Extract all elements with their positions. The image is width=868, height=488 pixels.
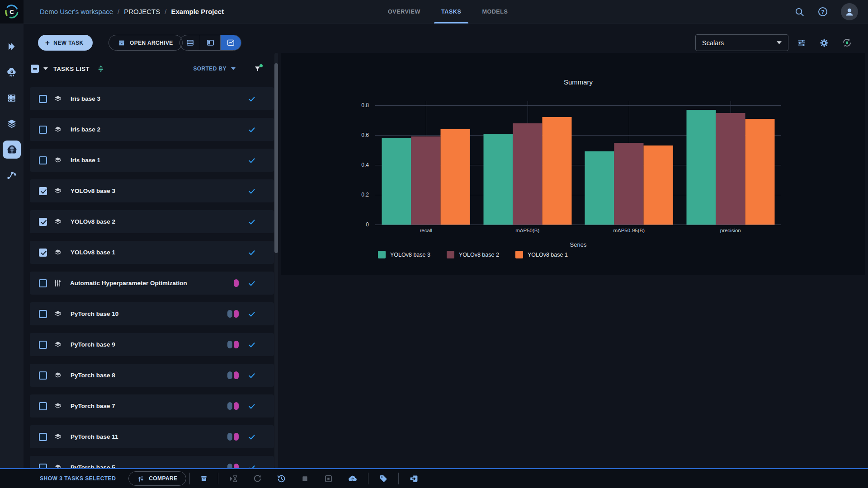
task-checkbox[interactable] <box>39 126 47 134</box>
header-tabs: OVERVIEWTASKSMODELS <box>388 0 508 23</box>
sidebar-item-pipelines[interactable] <box>0 162 24 188</box>
show-selected-button[interactable]: SHOW 3 TASKS SELECTED <box>40 475 116 482</box>
move-to-project-button[interactable] <box>409 474 419 483</box>
bar-yolov8-base-2-mAP50-95(B)[interactable] <box>614 143 644 225</box>
task-row[interactable]: Iris base 2 <box>30 118 274 141</box>
task-name: Automatic Hyperparameter Optimization <box>70 280 187 286</box>
filter-active-dot <box>259 64 263 67</box>
task-row[interactable]: PyTorch base 5 <box>30 456 274 468</box>
bar-yolov8-base-2-precision[interactable] <box>716 113 745 225</box>
task-row[interactable]: PyTorch base 9 <box>30 333 274 356</box>
task-row[interactable]: Automatic Hyperparameter Optimization <box>30 272 274 295</box>
select-all-checkbox[interactable] <box>31 65 39 73</box>
sidebar-item-datasets[interactable] <box>0 111 24 136</box>
bar-yolov8-base-2-recall[interactable] <box>411 136 441 225</box>
sidebar-item-workers-queues[interactable] <box>0 85 24 111</box>
archive-button[interactable] <box>200 475 208 482</box>
tab-overview[interactable]: OVERVIEW <box>388 0 420 23</box>
chart-plot[interactable]: 00.20.40.60.8recallmAP50(B)mAP50-95(B)pr… <box>375 105 781 225</box>
scrollbar-thumb[interactable] <box>274 63 278 253</box>
sidebar-item-model-serving[interactable] <box>0 59 24 85</box>
sidebar-item-expand-sidebar[interactable] <box>0 33 24 59</box>
breadcrumb-projects[interactable]: PROJECTS <box>124 8 160 15</box>
hyperparam-sliders-icon <box>53 279 62 287</box>
new-task-button[interactable]: + NEW TASK <box>38 35 93 51</box>
task-checkbox[interactable] <box>39 402 47 410</box>
sorted-by-dropdown[interactable]: SORTED BY <box>193 66 236 72</box>
task-row[interactable]: Iris base 3 <box>30 87 274 110</box>
task-row[interactable]: YOLOv8 base 3 <box>30 179 274 202</box>
task-checkbox[interactable] <box>39 218 47 226</box>
abort-button[interactable] <box>301 474 309 483</box>
abort-all-children-button[interactable] <box>324 474 333 483</box>
breadcrumb-workspace[interactable]: Demo User's workspace <box>40 8 113 15</box>
bar-yolov8-base-1-recall[interactable] <box>441 129 470 225</box>
task-checkbox[interactable] <box>39 95 47 103</box>
task-row[interactable]: YOLOv8 base 1 <box>30 241 274 264</box>
auto-refresh-button[interactable] <box>842 38 852 48</box>
task-checkbox[interactable] <box>39 279 47 287</box>
task-row[interactable]: PyTorch base 10 <box>30 302 274 325</box>
search-button[interactable] <box>794 7 805 17</box>
x-tick-label: recall <box>375 228 477 233</box>
settings-gear-button[interactable] <box>819 38 829 48</box>
task-row[interactable]: PyTorch base 7 <box>30 394 274 418</box>
bar-yolov8-base-1-mAP50(B)[interactable] <box>542 117 571 225</box>
task-checkbox[interactable] <box>39 156 47 164</box>
tasks-scrollbar[interactable] <box>274 53 278 468</box>
enqueue-button[interactable] <box>229 474 238 483</box>
bar-yolov8-base-3-mAP50-95(B)[interactable] <box>585 151 614 225</box>
tag-pill-slate <box>227 310 232 318</box>
task-row[interactable]: PyTorch base 8 <box>30 364 274 387</box>
chevron-down-icon[interactable] <box>43 67 48 70</box>
restore-history-button[interactable] <box>277 474 286 483</box>
tune-button[interactable] <box>797 38 807 48</box>
task-checkbox[interactable] <box>39 371 47 380</box>
bar-yolov8-base-2-mAP50(B)[interactable] <box>513 123 542 225</box>
expand-collapse-icon[interactable] <box>97 65 105 73</box>
task-row[interactable]: Iris base 1 <box>30 149 274 172</box>
bar-yolov8-base-3-recall[interactable] <box>382 138 411 225</box>
compare-button[interactable]: COMPARE <box>128 471 186 486</box>
task-layers-icon <box>53 94 62 103</box>
task-checkbox[interactable] <box>39 249 47 257</box>
bar-yolov8-base-3-mAP50(B)[interactable] <box>483 134 513 225</box>
tasks-list-title: TASKS LIST <box>53 66 90 72</box>
task-layers-icon <box>53 125 62 134</box>
y-tick-label: 0 <box>366 221 369 228</box>
task-checkbox[interactable] <box>39 187 47 195</box>
reset-button[interactable] <box>253 474 262 483</box>
task-checkbox[interactable] <box>39 310 47 318</box>
table-view-toggle[interactable] <box>180 35 200 50</box>
metric-type-dropdown[interactable]: Scalars <box>695 34 788 51</box>
legend-item[interactable]: YOLOv8 base 2 <box>447 251 499 258</box>
task-layers-icon <box>53 248 62 257</box>
bar-yolov8-base-1-precision[interactable] <box>745 119 774 225</box>
task-name: YOLOv8 base 3 <box>71 188 115 194</box>
task-checkbox[interactable] <box>39 464 47 469</box>
task-checkbox[interactable] <box>39 433 47 441</box>
split-view-toggle[interactable] <box>200 35 221 50</box>
task-name: PyTorch base 11 <box>71 433 118 440</box>
bar-yolov8-base-3-precision[interactable] <box>686 110 716 225</box>
svg-text:?: ? <box>821 9 825 15</box>
task-row[interactable]: PyTorch base 11 <box>30 425 274 448</box>
bar-yolov8-base-1-mAP50-95(B)[interactable] <box>644 145 673 225</box>
tab-tasks[interactable]: TASKS <box>441 0 461 23</box>
help-button[interactable]: ? <box>817 6 828 17</box>
task-layers-icon <box>53 340 62 349</box>
user-avatar[interactable] <box>841 3 858 20</box>
chevron-down-icon <box>777 41 782 44</box>
tab-models[interactable]: MODELS <box>482 0 508 23</box>
legend-item[interactable]: YOLOv8 base 3 <box>378 251 430 258</box>
tags-button[interactable] <box>379 474 388 483</box>
sidebar-item-projects-brain[interactable] <box>0 136 24 162</box>
publish-button[interactable] <box>348 474 358 483</box>
chart-view-toggle[interactable] <box>221 35 241 50</box>
task-row[interactable]: YOLOv8 base 2 <box>30 210 274 233</box>
open-archive-button[interactable]: OPEN ARCHIVE <box>108 35 183 51</box>
legend-item[interactable]: YOLOv8 base 1 <box>515 251 568 258</box>
task-checkbox[interactable] <box>39 341 47 349</box>
filter-funnel-icon[interactable] <box>254 65 261 73</box>
clearml-logo[interactable]: C <box>0 0 24 23</box>
